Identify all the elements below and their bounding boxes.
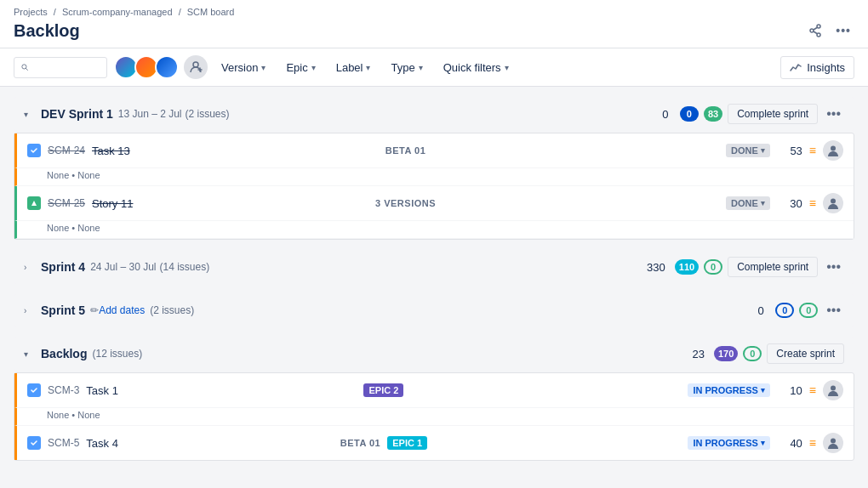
task-type-icon — [27, 436, 41, 450]
complete-sprint-button[interactable]: Complete sprint — [728, 257, 818, 277]
sprint-issues-count: (14 issues) — [160, 261, 210, 273]
status-badge[interactable]: DONE ▾ — [726, 144, 770, 157]
chevron-down-icon: ▾ — [261, 63, 266, 72]
issue-title: Story 11 — [92, 197, 368, 210]
insights-button[interactable]: Insights — [780, 56, 854, 79]
sprint-header-sprint-4[interactable]: › Sprint 4 24 Jul – 30 Jul (14 issues) 3… — [14, 250, 854, 284]
priority-icon: ≡ — [809, 196, 816, 210]
sprint-more-button[interactable]: ••• — [823, 258, 844, 276]
epic-tag: EPIC 2 — [363, 383, 403, 397]
badge-inprogress: 170 — [714, 346, 738, 361]
label-filter-button[interactable]: Label ▾ — [329, 57, 378, 78]
priority-icon: ≡ — [809, 144, 816, 157]
avatar-filter-group — [114, 55, 208, 79]
issue-sub-details: None • None — [14, 221, 854, 239]
sprint-section-sprint-4: › Sprint 4 24 Jul – 30 Jul (14 issues) 3… — [14, 250, 854, 284]
svg-line-3 — [814, 28, 817, 31]
sprint-name: Sprint 4 — [41, 260, 85, 274]
badge-done: 0 — [743, 346, 762, 361]
svg-point-1 — [810, 29, 814, 32]
search-input[interactable] — [31, 61, 100, 74]
issue-sub-details: None • None — [14, 168, 854, 186]
backlog-header[interactable]: ▾ Backlog (12 issues) 23 170 0 Create sp… — [14, 337, 854, 371]
version-tag: BETA 01 — [340, 438, 381, 448]
svg-point-10 — [831, 146, 836, 151]
chevron-down-icon: ▾ — [505, 63, 509, 72]
add-dates-link[interactable]: Add dates — [99, 304, 145, 316]
issues-container-backlog: SCM-3 Task 1 EPIC 2 IN PROGRESS ▾ 10 ≡ N… — [14, 372, 854, 461]
breadcrumb-projects[interactable]: Projects — [14, 7, 48, 17]
badge-inprogress: 0 — [680, 106, 699, 122]
badge-todo: 0 — [656, 106, 675, 122]
breadcrumb: Projects / Scrum-company-managed / SCM b… — [14, 7, 854, 17]
breadcrumb-board[interactable]: SCM board — [187, 7, 235, 17]
badge-inprogress: 0 — [775, 303, 794, 318]
chevron-collapsed-icon: › — [24, 306, 34, 315]
issues-container-dev-sprint-1: SCM-24 Task 13 BETA 01 DONE ▾ 53 ≡ None … — [14, 133, 854, 240]
version-filter-button[interactable]: Version ▾ — [214, 57, 272, 78]
backlog-section: ▾ Backlog (12 issues) 23 170 0 Create sp… — [14, 337, 854, 461]
quick-filters-button[interactable]: Quick filters ▾ — [437, 57, 516, 78]
complete-sprint-button[interactable]: Complete sprint — [728, 104, 818, 124]
sprint-dates: 24 Jul – 30 Jul — [90, 261, 156, 273]
create-sprint-button[interactable]: Create sprint — [767, 343, 844, 364]
sprint-issues-count: (2 issues) — [150, 304, 194, 316]
badge-todo: 330 — [642, 259, 670, 275]
badge-done: 83 — [704, 106, 722, 122]
filter-bar: Version ▾ Epic ▾ Label ▾ Type ▾ Quick fi… — [0, 48, 868, 87]
chevron-collapsed-icon: › — [24, 263, 34, 272]
version-tag: 3 VERSIONS — [375, 198, 436, 208]
sprint-header-sprint-5[interactable]: › Sprint 5 ✏ Add dates (2 issues) 0 0 0 … — [14, 294, 854, 326]
avatar-filter-3[interactable] — [155, 55, 179, 79]
status-badge[interactable]: DONE ▾ — [726, 196, 770, 210]
assignee-avatar — [823, 193, 843, 213]
search-box[interactable] — [14, 57, 107, 78]
page-title: Backlog — [14, 21, 80, 41]
story-points: 40 — [777, 437, 802, 450]
task-type-icon — [27, 383, 41, 397]
svg-line-6 — [26, 68, 27, 70]
sprint-section-dev-sprint-1: ▾ DEV Sprint 1 13 Jun – 2 Jul (2 issues)… — [14, 97, 854, 240]
breadcrumb-scrum[interactable]: Scrum-company-managed — [62, 7, 173, 17]
sprint-more-button[interactable]: ••• — [823, 105, 844, 123]
epic-filter-button[interactable]: Epic ▾ — [279, 57, 322, 78]
chevron-expanded-icon: ▾ — [24, 110, 34, 119]
story-type-icon — [27, 196, 41, 210]
status-badge[interactable]: IN PROGRESS ▾ — [688, 383, 769, 397]
main-content: ▾ DEV Sprint 1 13 Jun – 2 Jul (2 issues)… — [0, 87, 868, 481]
epic-tag: EPIC 1 — [387, 436, 427, 450]
status-badge[interactable]: IN PROGRESS ▾ — [688, 436, 769, 450]
chevron-down-icon: ▾ — [419, 63, 423, 72]
issue-row[interactable]: SCM-5 Task 4 BETA 01 EPIC 1 IN PROGRESS … — [14, 426, 854, 460]
chevron-down-icon: ▾ — [366, 63, 370, 72]
issue-id: SCM-25 — [48, 197, 85, 209]
svg-marker-11 — [31, 201, 37, 206]
sprint-name: DEV Sprint 1 — [41, 107, 113, 121]
svg-line-4 — [814, 31, 817, 34]
sprint-header-dev-sprint-1[interactable]: ▾ DEV Sprint 1 13 Jun – 2 Jul (2 issues)… — [14, 97, 854, 131]
issue-row[interactable]: SCM-25 Story 11 3 VERSIONS DONE ▾ 30 ≡ — [14, 186, 854, 221]
svg-point-7 — [193, 62, 198, 67]
issue-id: SCM-24 — [48, 145, 85, 156]
svg-point-14 — [831, 439, 836, 444]
chevron-down-icon: ▾ — [311, 63, 316, 72]
sprint-more-button[interactable]: ••• — [823, 301, 844, 320]
story-points: 30 — [777, 197, 802, 210]
assignee-avatar — [823, 380, 843, 400]
task-type-icon — [27, 144, 41, 157]
issue-sub-details: None • None — [14, 408, 854, 426]
type-filter-button[interactable]: Type ▾ — [384, 57, 429, 78]
issue-row[interactable]: SCM-24 Task 13 BETA 01 DONE ▾ 53 ≡ — [14, 133, 854, 168]
chevron-expanded-icon: ▾ — [24, 349, 34, 359]
assignee-avatar — [823, 433, 843, 453]
badge-inprogress: 110 — [675, 259, 699, 275]
version-tag: BETA 01 — [385, 145, 426, 156]
add-avatar-filter[interactable] — [184, 55, 208, 79]
issue-row[interactable]: SCM-3 Task 1 EPIC 2 IN PROGRESS ▾ 10 ≡ — [14, 373, 854, 408]
chart-icon — [790, 61, 802, 73]
backlog-name: Backlog — [41, 347, 87, 360]
share-button[interactable] — [805, 20, 825, 41]
more-options-button[interactable]: ••• — [832, 20, 854, 41]
priority-icon: ≡ — [809, 383, 816, 397]
search-icon — [21, 61, 28, 73]
